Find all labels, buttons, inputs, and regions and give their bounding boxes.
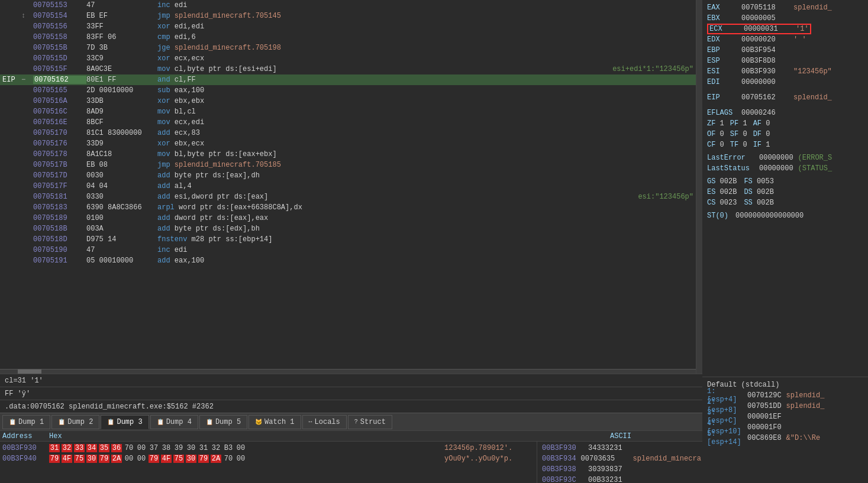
disasm-row[interactable]: 007051890100add dword ptr ds:[eax],eax (0, 213, 696, 223)
disasm-instruction: sub eax,100 (157, 86, 693, 95)
vertical-scrollbar[interactable] (696, 0, 702, 374)
eflags-value: 00000246 (741, 109, 789, 117)
hex-byte: 4F (161, 455, 172, 463)
disasm-bytes: 0100 (86, 214, 157, 222)
stack-index: 5: [esp+14] (707, 430, 743, 446)
disasm-scroll-wrap: 0070515347inc edi↕00705154EB EFjmp splen… (0, 0, 702, 374)
tab-struct[interactable]: ?Struct (348, 415, 392, 429)
disasm-bytes: 04 04 (86, 182, 157, 190)
disasm-bytes: EB EF (86, 12, 157, 20)
tab-label: Locals (315, 418, 340, 426)
tab-dump-1[interactable]: 📋Dump 1 (2, 415, 50, 429)
ff-status: FF 'ÿ' (5, 390, 30, 398)
registers-panel: EAX00705118splendid_EBX00000005ECX000000… (702, 0, 868, 377)
hex-byte: 70 (223, 455, 234, 463)
reg-symbol: splendid_ (793, 4, 832, 12)
disasm-bytes: 003A (86, 225, 157, 233)
disasm-row[interactable]: 0070517633D9xor ebx,ecx (0, 138, 696, 149)
disasm-bytes: 47 (86, 1, 157, 9)
dump-col-hex: Hex (49, 432, 603, 440)
stack-value: 00C869E8 (747, 434, 782, 442)
hex-byte: 00 (235, 455, 246, 463)
disasm-address: 0070516A (33, 97, 86, 105)
disasm-row[interactable]: 0070517BEB 08jmp splendid_minecraft.7051… (0, 160, 696, 170)
tab-watch-1[interactable]: 🐱Watch 1 (249, 415, 301, 429)
disasm-bytes: 81C1 83000000 (86, 129, 157, 137)
disasm-bytes: 7D 3B (86, 44, 157, 52)
br-symbol: splendid_minecra (633, 455, 701, 463)
disasm-instruction: xor ecx,ecx (157, 54, 693, 63)
disasm-row[interactable]: 0070519105 00010000add eax,100 (0, 255, 696, 266)
horizontal-scrollbar[interactable] (0, 369, 696, 374)
main-area: 0070515347inc edi↕00705154EB EFjmp splen… (0, 0, 868, 483)
disasm-bytes: 80E1 FF (86, 76, 157, 84)
tab-label: Struct (360, 418, 386, 426)
flags-row-1: ZF 1PF 1AF 0 (707, 118, 863, 129)
disasm-bytes: 33FF (86, 22, 157, 31)
disasm-bytes: 8A0C3E (86, 65, 157, 73)
disasm-row[interactable]: 0070515F8A0C3Emov cl,byte ptr ds:[esi+ed… (0, 64, 696, 74)
disasm-instruction: add esi,dword ptr ds:[eax] (157, 193, 633, 201)
disasm-row[interactable]: 007051810330add esi,dword ptr ds:[eax]es… (0, 192, 696, 202)
br-address: 00B3F93C (542, 476, 583, 483)
disasm-row[interactable]: 0070518B003Aadd byte ptr ds:[edx],bh (0, 223, 696, 234)
disasm-row[interactable]: 0070516A33DBxor ebx,ebx (0, 96, 696, 106)
hex-byte: 70 (124, 444, 134, 452)
st0-row: ST(0)0000000000000000 (707, 210, 863, 221)
hex-byte: 00 (235, 444, 246, 452)
bottom-right: 00B3F9303433323100B3F93400703635splendid… (537, 442, 702, 483)
disasm-row[interactable]: EIP−0070516280E1 FFand cl,FF (0, 74, 696, 85)
register-row-edx: EDX00000020' ' (707, 34, 863, 45)
disasm-row[interactable]: 0070515D33C9xor ecx,ecx (0, 53, 696, 64)
scrollbar-thumb[interactable] (18, 369, 41, 374)
disasm-row[interactable]: 0070518DD975 14fnstenv m28 ptr ss:[ebp+1… (0, 234, 696, 245)
disasm-row[interactable]: 0070517D0030add byte ptr ds:[eax],dh (0, 170, 696, 181)
disasm-bytes: 8A1C18 (86, 150, 157, 158)
tab-dump-5[interactable]: 📋Dump 5 (199, 415, 247, 429)
disasm-row[interactable]: 0070516E8BCFmov ecx,edi (0, 117, 696, 128)
disasm-row[interactable]: 0070517F04 04add al,4 (0, 181, 696, 192)
disasm-row[interactable]: 007051788A1C18mov bl,byte ptr ds:[eax+eb… (0, 149, 696, 160)
disasm-row[interactable]: 007051652D 00010000sub eax,100 (0, 85, 696, 96)
tab-dump-2[interactable]: 📋Dump 2 (51, 415, 99, 429)
tab-label: Dump 1 (18, 418, 44, 426)
hex-byte: 00 (124, 455, 134, 463)
stack-value: 0070129C (747, 391, 782, 400)
laststatus-row: LastStatus00000000(STATUS_ (707, 163, 863, 174)
disasm-instruction: fnstenv m28 ptr ss:[ebp+14] (157, 235, 693, 244)
br-value: 34333231 (588, 444, 635, 452)
disasm-address: 0070518B (33, 225, 86, 233)
disasm-row[interactable]: 0070515883FF 06cmp edi,6 (0, 32, 696, 43)
seg-gs: GS 002B (707, 177, 737, 186)
reg-value: 00000020 (741, 35, 789, 44)
disasm-row[interactable]: 0070516C8AD9mov bl,cl (0, 106, 696, 117)
disasm-row[interactable]: 0070515633FFxor edi,edi (0, 21, 696, 32)
tab-bar: 📋Dump 1📋Dump 2📋Dump 3📋Dump 4📋Dump 5🐱Watc… (0, 413, 702, 430)
reg-label: ESP (707, 57, 737, 65)
tab-dump-4[interactable]: 📋Dump 4 (150, 415, 198, 429)
disasm-bytes: 2D 00010000 (86, 86, 157, 95)
laststatus-label: LastStatus (707, 164, 754, 173)
reg-label: ECX (709, 25, 739, 33)
seg-ds: DS 002B (744, 188, 773, 196)
disasm-instruction: add al,4 (157, 182, 693, 190)
hex-byte: 75 (173, 455, 184, 463)
disasm-instruction: add byte ptr ds:[edx],bh (157, 225, 693, 233)
tab-locals[interactable]: ↔Locals (302, 415, 347, 429)
tab-icon: ? (354, 419, 358, 425)
disasm-instruction: arpl word ptr ds:[eax+66388C8A],dx (157, 203, 693, 212)
disasm-comment: esi+edi*1:"123456p" (608, 65, 693, 73)
hex-byte: 79 (149, 455, 159, 463)
disasm-row[interactable]: 0070515B7D 3Bjge splendid_minecraft.7051… (0, 43, 696, 53)
disasm-row[interactable]: ↕00705154EB EFjmp splendid_minecraft.705… (0, 11, 696, 21)
disasm-row[interactable]: 0070519047inc edi (0, 245, 696, 255)
disasm-row[interactable]: 007051836390 8A8C3866arpl word ptr ds:[e… (0, 202, 696, 213)
disasm-row[interactable]: 0070515347inc edi (0, 0, 696, 11)
disasm-row[interactable]: 0070517081C1 83000000add ecx,83 (0, 128, 696, 138)
disasm-address: 00705156 (33, 22, 86, 31)
disasm-bytes: 05 00010000 (86, 257, 157, 265)
reg-label: ESI (707, 67, 737, 76)
tab-dump-3[interactable]: 📋Dump 3 (101, 415, 149, 429)
stack-row: 5: [esp+14]00C869E8&"D:\\Re (707, 433, 863, 443)
info-bar: cl=31 '1' (0, 374, 702, 387)
